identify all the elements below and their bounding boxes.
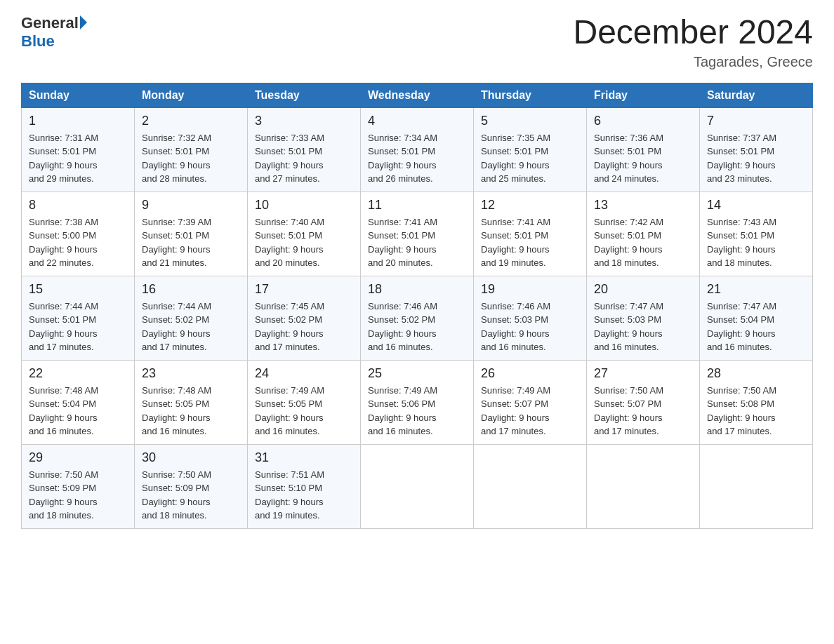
calendar-cell: 19Sunrise: 7:46 AM Sunset: 5:03 PM Dayli… — [474, 276, 587, 360]
day-info: Sunrise: 7:50 AM Sunset: 5:07 PM Dayligh… — [594, 384, 692, 438]
day-info: Sunrise: 7:34 AM Sunset: 5:01 PM Dayligh… — [368, 131, 466, 186]
day-number: 26 — [481, 366, 579, 381]
calendar-cell: 22Sunrise: 7:48 AM Sunset: 5:04 PM Dayli… — [22, 360, 135, 444]
col-wednesday: Wednesday — [361, 83, 474, 107]
col-tuesday: Tuesday — [248, 83, 361, 107]
calendar-title: December 2024 — [573, 14, 813, 51]
day-info: Sunrise: 7:46 AM Sunset: 5:02 PM Dayligh… — [368, 300, 466, 354]
logo-text-blue: Blue — [21, 32, 55, 51]
calendar-cell: 3Sunrise: 7:33 AM Sunset: 5:01 PM Daylig… — [248, 107, 361, 192]
calendar-cell: 27Sunrise: 7:50 AM Sunset: 5:07 PM Dayli… — [587, 360, 700, 444]
logo-arrow-icon — [80, 15, 87, 29]
logo-icon: General Blue — [21, 14, 87, 51]
calendar-cell: 16Sunrise: 7:44 AM Sunset: 5:02 PM Dayli… — [135, 276, 248, 360]
logo-text-general: General — [21, 14, 79, 32]
day-number: 10 — [255, 198, 353, 213]
calendar-cell: 12Sunrise: 7:41 AM Sunset: 5:01 PM Dayli… — [474, 192, 587, 276]
calendar-cell: 2Sunrise: 7:32 AM Sunset: 5:01 PM Daylig… — [135, 107, 248, 192]
col-sunday: Sunday — [22, 83, 135, 107]
day-info: Sunrise: 7:37 AM Sunset: 5:01 PM Dayligh… — [707, 131, 805, 186]
day-info: Sunrise: 7:45 AM Sunset: 5:02 PM Dayligh… — [255, 300, 353, 354]
calendar-subtitle: Tagarades, Greece — [573, 54, 813, 70]
logo: General Blue — [21, 14, 87, 51]
day-number: 22 — [29, 366, 127, 381]
day-info: Sunrise: 7:48 AM Sunset: 5:05 PM Dayligh… — [142, 384, 240, 438]
calendar-cell: 20Sunrise: 7:47 AM Sunset: 5:03 PM Dayli… — [587, 276, 700, 360]
day-number: 16 — [142, 282, 240, 297]
day-number: 11 — [368, 198, 466, 213]
day-info: Sunrise: 7:47 AM Sunset: 5:04 PM Dayligh… — [707, 300, 805, 354]
day-number: 25 — [368, 366, 466, 381]
calendar-cell: 28Sunrise: 7:50 AM Sunset: 5:08 PM Dayli… — [700, 360, 813, 444]
calendar-cell: 14Sunrise: 7:43 AM Sunset: 5:01 PM Dayli… — [700, 192, 813, 276]
day-info: Sunrise: 7:50 AM Sunset: 5:09 PM Dayligh… — [29, 468, 127, 523]
day-info: Sunrise: 7:48 AM Sunset: 5:04 PM Dayligh… — [29, 384, 127, 438]
day-info: Sunrise: 7:36 AM Sunset: 5:01 PM Dayligh… — [594, 131, 692, 186]
day-info: Sunrise: 7:40 AM Sunset: 5:01 PM Dayligh… — [255, 215, 353, 270]
day-number: 8 — [29, 198, 127, 213]
calendar-cell: 30Sunrise: 7:50 AM Sunset: 5:09 PM Dayli… — [135, 444, 248, 528]
calendar-cell: 25Sunrise: 7:49 AM Sunset: 5:06 PM Dayli… — [361, 360, 474, 444]
day-info: Sunrise: 7:38 AM Sunset: 5:00 PM Dayligh… — [29, 215, 127, 270]
calendar-cell: 13Sunrise: 7:42 AM Sunset: 5:01 PM Dayli… — [587, 192, 700, 276]
col-friday: Friday — [587, 83, 700, 107]
calendar-cell: 8Sunrise: 7:38 AM Sunset: 5:00 PM Daylig… — [22, 192, 135, 276]
calendar-cell: 6Sunrise: 7:36 AM Sunset: 5:01 PM Daylig… — [587, 107, 700, 192]
day-number: 7 — [707, 114, 805, 128]
calendar-cell: 5Sunrise: 7:35 AM Sunset: 5:01 PM Daylig… — [474, 107, 587, 192]
day-info: Sunrise: 7:50 AM Sunset: 5:08 PM Dayligh… — [707, 384, 805, 438]
day-number: 12 — [481, 198, 579, 213]
day-number: 17 — [255, 282, 353, 297]
day-info: Sunrise: 7:41 AM Sunset: 5:01 PM Dayligh… — [368, 215, 466, 270]
calendar-cell: 21Sunrise: 7:47 AM Sunset: 5:04 PM Dayli… — [700, 276, 813, 360]
col-saturday: Saturday — [700, 83, 813, 107]
calendar-header: Sunday Monday Tuesday Wednesday Thursday… — [22, 83, 813, 107]
day-number: 31 — [255, 450, 353, 465]
day-info: Sunrise: 7:49 AM Sunset: 5:06 PM Dayligh… — [368, 384, 466, 438]
calendar-cell: 29Sunrise: 7:50 AM Sunset: 5:09 PM Dayli… — [22, 444, 135, 528]
day-number: 30 — [142, 450, 240, 465]
day-number: 18 — [368, 282, 466, 297]
day-info: Sunrise: 7:33 AM Sunset: 5:01 PM Dayligh… — [255, 131, 353, 186]
header-row: Sunday Monday Tuesday Wednesday Thursday… — [22, 83, 813, 107]
day-info: Sunrise: 7:44 AM Sunset: 5:01 PM Dayligh… — [29, 300, 127, 354]
calendar-cell — [474, 444, 587, 528]
day-number: 5 — [481, 114, 579, 128]
day-number: 1 — [29, 114, 127, 128]
day-info: Sunrise: 7:50 AM Sunset: 5:09 PM Dayligh… — [142, 468, 240, 523]
calendar-cell — [587, 444, 700, 528]
day-number: 15 — [29, 282, 127, 297]
day-number: 19 — [481, 282, 579, 297]
calendar-cell: 15Sunrise: 7:44 AM Sunset: 5:01 PM Dayli… — [22, 276, 135, 360]
calendar-cell: 1Sunrise: 7:31 AM Sunset: 5:01 PM Daylig… — [22, 107, 135, 192]
day-info: Sunrise: 7:51 AM Sunset: 5:10 PM Dayligh… — [255, 468, 353, 523]
title-block: December 2024 Tagarades, Greece — [573, 14, 813, 70]
calendar-week-row: 1Sunrise: 7:31 AM Sunset: 5:01 PM Daylig… — [22, 107, 813, 192]
day-number: 14 — [707, 198, 805, 213]
calendar-cell: 11Sunrise: 7:41 AM Sunset: 5:01 PM Dayli… — [361, 192, 474, 276]
calendar-body: 1Sunrise: 7:31 AM Sunset: 5:01 PM Daylig… — [22, 107, 813, 528]
calendar-week-row: 29Sunrise: 7:50 AM Sunset: 5:09 PM Dayli… — [22, 444, 813, 528]
day-number: 3 — [255, 114, 353, 128]
day-number: 6 — [594, 114, 692, 128]
day-info: Sunrise: 7:46 AM Sunset: 5:03 PM Dayligh… — [481, 300, 579, 354]
day-info: Sunrise: 7:42 AM Sunset: 5:01 PM Dayligh… — [594, 215, 692, 270]
calendar-cell: 26Sunrise: 7:49 AM Sunset: 5:07 PM Dayli… — [474, 360, 587, 444]
day-number: 27 — [594, 366, 692, 381]
calendar-cell: 9Sunrise: 7:39 AM Sunset: 5:01 PM Daylig… — [135, 192, 248, 276]
calendar-week-row: 8Sunrise: 7:38 AM Sunset: 5:00 PM Daylig… — [22, 192, 813, 276]
calendar-cell: 7Sunrise: 7:37 AM Sunset: 5:01 PM Daylig… — [700, 107, 813, 192]
calendar-cell: 10Sunrise: 7:40 AM Sunset: 5:01 PM Dayli… — [248, 192, 361, 276]
calendar-cell: 17Sunrise: 7:45 AM Sunset: 5:02 PM Dayli… — [248, 276, 361, 360]
day-info: Sunrise: 7:32 AM Sunset: 5:01 PM Dayligh… — [142, 131, 240, 186]
day-number: 4 — [368, 114, 466, 128]
day-number: 28 — [707, 366, 805, 381]
day-number: 20 — [594, 282, 692, 297]
calendar-week-row: 22Sunrise: 7:48 AM Sunset: 5:04 PM Dayli… — [22, 360, 813, 444]
calendar-cell: 23Sunrise: 7:48 AM Sunset: 5:05 PM Dayli… — [135, 360, 248, 444]
col-thursday: Thursday — [474, 83, 587, 107]
day-number: 21 — [707, 282, 805, 297]
col-monday: Monday — [135, 83, 248, 107]
day-info: Sunrise: 7:43 AM Sunset: 5:01 PM Dayligh… — [707, 215, 805, 270]
day-number: 2 — [142, 114, 240, 128]
